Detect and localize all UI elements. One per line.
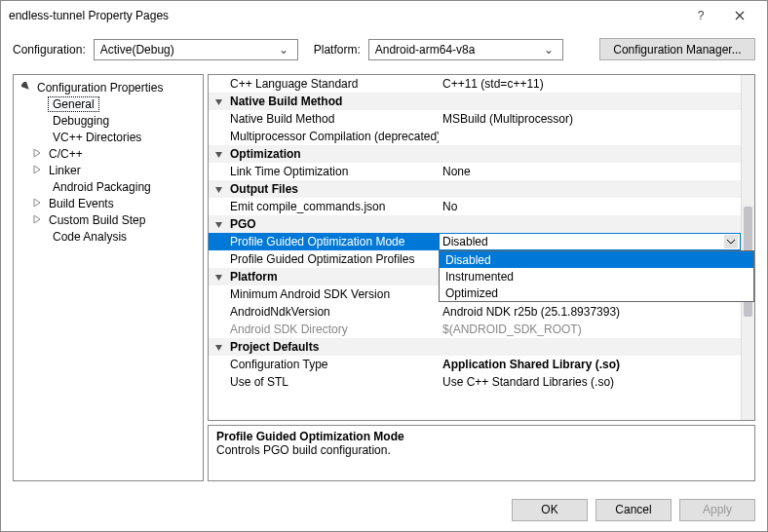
close-icon — [735, 11, 745, 20]
tree-item-general[interactable]: General — [14, 95, 203, 112]
dropdown-option[interactable]: Disabled — [440, 251, 753, 268]
property-name: Optimization — [228, 145, 741, 163]
grid-row[interactable]: Configuration TypeApplication Shared Lib… — [209, 356, 741, 373]
grid-row[interactable]: Native Build MethodMSBuild (Multiprocess… — [209, 110, 741, 128]
property-name: Configuration Type — [228, 356, 439, 373]
blank — [209, 303, 228, 321]
titlebar: endless-tunnel Property Pages ? — [1, 1, 767, 30]
blank — [209, 75, 228, 93]
cancel-button[interactable]: Cancel — [595, 499, 672, 521]
property-name: PGO — [228, 215, 741, 233]
description-body: Controls PGO build configuration. — [216, 443, 747, 457]
chevron-down-icon[interactable] — [723, 234, 739, 249]
dropdown-option[interactable]: Optimized — [440, 285, 753, 301]
description-panel: Profile Guided Optimization Mode Control… — [208, 425, 755, 481]
property-name: Native Build Method — [228, 110, 439, 128]
grid-row[interactable]: Multiprocessor Compilation (deprecated) — [209, 128, 741, 145]
grid-row[interactable]: Emit compile_commands.jsonNo — [209, 198, 741, 215]
tree-item-linker[interactable]: Linker — [14, 162, 203, 178]
grid-row[interactable]: Use of STLUse C++ Standard Libraries (.s… — [209, 373, 741, 391]
tree-item-debugging[interactable]: Debugging — [14, 112, 203, 129]
collapse-icon[interactable] — [209, 215, 228, 233]
property-value[interactable]: None — [439, 163, 741, 180]
scrollbar-vertical[interactable] — [741, 75, 754, 420]
property-name: Native Build Method — [228, 93, 741, 110]
blank — [209, 110, 228, 128]
property-grid[interactable]: C++ Language StandardC++11 (std=c++11)Na… — [208, 74, 755, 421]
collapse-icon[interactable] — [209, 145, 228, 163]
config-platform-row: Configuration: Active(Debug) ⌄ Platform:… — [1, 30, 767, 74]
property-name: Link Time Optimization — [228, 163, 439, 180]
grid-row[interactable]: Link Time OptimizationNone — [209, 163, 741, 180]
property-name: Minimum Android SDK Version — [228, 285, 439, 303]
apply-button[interactable]: Apply — [679, 499, 755, 521]
configuration-manager-button[interactable]: Configuration Manager... — [599, 38, 755, 60]
grid-row[interactable]: C++ Language StandardC++11 (std=c++11) — [209, 75, 741, 93]
help-button[interactable]: ? — [681, 2, 720, 29]
grid-group-header[interactable]: Optimization — [209, 145, 741, 163]
property-name: Emit compile_commands.json — [228, 198, 439, 215]
ok-button[interactable]: OK — [512, 499, 588, 521]
blank — [209, 163, 228, 180]
right-pane: C++ Language StandardC++11 (std=c++11)Na… — [208, 74, 755, 481]
tree-item-vcpp-directories[interactable]: VC++ Directories — [14, 129, 203, 145]
property-value[interactable]: Use C++ Standard Libraries (.so) — [439, 373, 741, 391]
nav-tree[interactable]: Configuration Properties General Debuggi… — [13, 74, 204, 481]
blank — [209, 198, 228, 215]
property-value[interactable]: $(ANDROID_SDK_ROOT) — [439, 321, 741, 338]
grid-row[interactable]: AndroidNdkVersionAndroid NDK r25b (25.1.… — [209, 303, 741, 321]
expand-icon[interactable] — [31, 148, 43, 159]
collapse-icon[interactable] — [209, 93, 228, 110]
property-name: Use of STL — [228, 373, 439, 391]
blank — [209, 233, 228, 250]
configuration-value: Active(Debug) — [100, 43, 174, 57]
grid-row[interactable]: Profile Guided Optimization ModeDisabled — [209, 233, 741, 250]
grid-group-header[interactable]: Native Build Method — [209, 93, 741, 110]
close-button[interactable] — [720, 2, 759, 29]
dialog-buttons: OK Cancel Apply — [1, 488, 767, 531]
platform-value: Android-arm64-v8a — [375, 43, 476, 57]
window-title: endless-tunnel Property Pages — [9, 9, 681, 22]
blank — [209, 321, 228, 338]
property-value[interactable]: Android NDK r25b (25.1.8937393) — [439, 303, 741, 321]
property-name: Multiprocessor Compilation (deprecated) — [228, 128, 439, 145]
grid-group-header[interactable]: Project Defaults — [209, 338, 741, 356]
property-name: Android SDK Directory — [228, 321, 439, 338]
tree-item-build-events[interactable]: Build Events — [14, 195, 203, 211]
configuration-combo[interactable]: Active(Debug) ⌄ — [94, 39, 298, 60]
property-value[interactable] — [439, 128, 741, 145]
grid-group-header[interactable]: PGO — [209, 215, 741, 233]
blank — [209, 373, 228, 391]
chevron-down-icon: ⌄ — [276, 43, 291, 57]
pgo-mode-dropdown[interactable]: DisabledInstrumentedOptimized — [439, 250, 754, 302]
blank — [209, 250, 228, 268]
tree-root[interactable]: Configuration Properties — [14, 79, 203, 95]
expand-icon[interactable] — [31, 165, 43, 175]
chevron-down-icon: ⌄ — [541, 43, 557, 57]
property-name: AndroidNdkVersion — [228, 303, 439, 321]
collapse-icon[interactable] — [209, 268, 228, 285]
tree-item-custom-build-step[interactable]: Custom Build Step — [14, 211, 203, 228]
blank — [209, 285, 228, 303]
property-value[interactable]: Disabled — [439, 233, 741, 250]
tree-item-ccpp[interactable]: C/C++ — [14, 145, 203, 162]
property-value[interactable]: Application Shared Library (.so) — [439, 356, 741, 373]
collapse-icon[interactable] — [19, 82, 31, 93]
dropdown-option[interactable]: Instrumented — [440, 268, 753, 285]
expand-icon[interactable] — [31, 198, 43, 209]
collapse-icon[interactable] — [209, 180, 228, 198]
tree-item-code-analysis[interactable]: Code Analysis — [14, 228, 203, 245]
property-value[interactable]: No — [439, 198, 741, 215]
property-value[interactable]: MSBuild (Multiprocessor) — [439, 110, 741, 128]
tree-item-android-packaging[interactable]: Android Packaging — [14, 178, 203, 195]
property-name: Output Files — [228, 180, 741, 198]
property-name: Profile Guided Optimization Profiles — [228, 250, 439, 268]
blank — [209, 128, 228, 145]
platform-combo[interactable]: Android-arm64-v8a ⌄ — [368, 39, 563, 60]
property-value[interactable]: C++11 (std=c++11) — [439, 75, 741, 93]
property-name: Profile Guided Optimization Mode — [228, 233, 439, 250]
grid-group-header[interactable]: Output Files — [209, 180, 741, 198]
expand-icon[interactable] — [31, 214, 43, 225]
collapse-icon[interactable] — [209, 338, 228, 356]
grid-row[interactable]: Android SDK Directory$(ANDROID_SDK_ROOT) — [209, 321, 741, 338]
